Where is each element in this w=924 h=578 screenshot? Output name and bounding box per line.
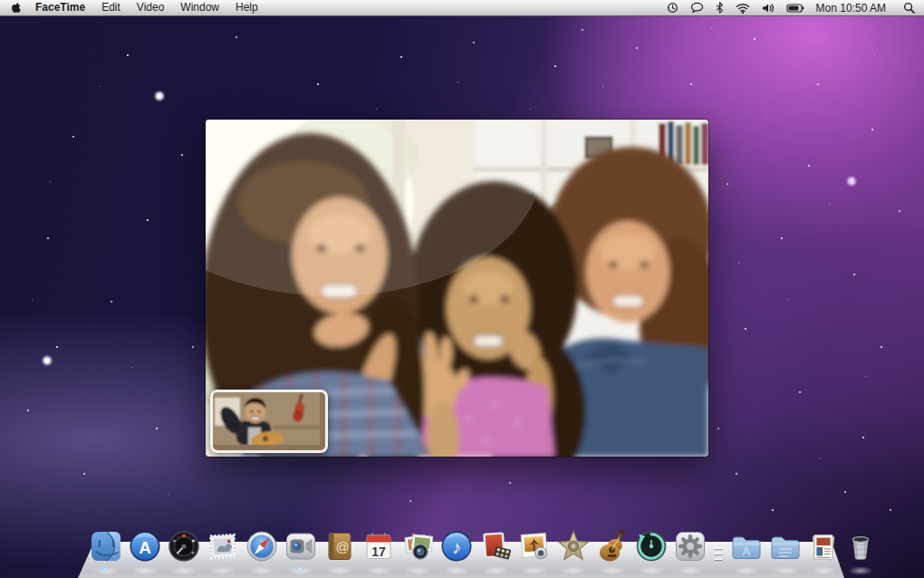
ichat-menu-icon[interactable] (690, 0, 704, 15)
desktop: FaceTime Edit Video Window Help (0, 0, 924, 578)
dock-item-iphoto[interactable] (516, 528, 553, 564)
trash-icon (843, 530, 878, 564)
dock-item-time-machine[interactable] (633, 528, 669, 564)
mail-icon (205, 528, 241, 564)
dock-item-itunes[interactable]: ♪ (438, 528, 475, 564)
time-machine-icon (633, 528, 669, 564)
dock-item-safari[interactable] (244, 528, 280, 564)
dock-item-address-book[interactable]: @ (322, 528, 358, 564)
documents-folder-icon (767, 528, 804, 564)
dock-item-idvd[interactable] (555, 528, 592, 564)
dock-item-ical[interactable]: 17 (361, 528, 397, 564)
address-book-icon: @ (322, 528, 358, 564)
bright-star (153, 90, 166, 102)
dock-item-facetime[interactable] (283, 528, 319, 564)
dock-item-system-preferences[interactable] (672, 528, 708, 564)
bright-star (845, 175, 858, 188)
facetime-icon (283, 528, 319, 564)
apple-logo-icon (12, 2, 22, 14)
running-indicator-facetime (295, 567, 305, 571)
dashboard-icon (166, 528, 202, 564)
safari-icon (244, 528, 280, 564)
applications-folder-icon: A (728, 528, 765, 564)
menu-video[interactable]: Video (129, 0, 172, 15)
menu-bar: FaceTime Edit Video Window Help (0, 0, 924, 16)
iphoto-icon (516, 528, 553, 564)
ical-icon: 17 (361, 528, 397, 564)
time-machine-menu-icon[interactable] (667, 0, 679, 15)
svg-text:A: A (139, 538, 151, 557)
system-preferences-icon (672, 528, 708, 564)
dock-item-app-store[interactable]: A (127, 528, 163, 564)
dock-item-document-stack[interactable] (806, 530, 841, 564)
local-preview-scene (213, 392, 320, 445)
imovie-icon (477, 528, 514, 564)
dock-item-mail[interactable] (205, 528, 241, 564)
dock-item-documents-folder[interactable] (767, 528, 804, 564)
menu-clock[interactable]: Mon 10:50 AM (816, 2, 886, 14)
menu-edit[interactable]: Edit (93, 0, 129, 15)
apple-menu[interactable] (0, 0, 29, 15)
bluetooth-menu-icon[interactable] (716, 0, 724, 15)
svg-text:A: A (742, 544, 751, 558)
dock-item-finder[interactable] (88, 528, 124, 564)
wifi-menu-icon[interactable] (736, 0, 750, 15)
dock-item-photo-booth[interactable] (399, 528, 436, 564)
garageband-icon (594, 528, 630, 564)
photo-booth-icon (399, 528, 436, 564)
spotlight-icon[interactable] (903, 0, 915, 15)
local-video-pip[interactable] (210, 390, 328, 453)
idvd-icon (555, 528, 592, 564)
svg-text:17: 17 (371, 544, 386, 559)
svg-text:♪: ♪ (452, 537, 461, 557)
dock: A (0, 536, 924, 578)
dock-item-imovie[interactable] (477, 528, 514, 564)
app-store-icon: A (127, 528, 163, 564)
battery-menu-icon[interactable] (786, 0, 804, 15)
document-stack-icon (806, 530, 841, 564)
dock-item-dashboard[interactable] (166, 528, 202, 564)
facetime-window[interactable] (206, 120, 708, 457)
menu-window[interactable]: Window (172, 0, 227, 15)
itunes-icon: ♪ (438, 528, 475, 564)
dock-item-garageband[interactable] (594, 528, 630, 564)
dock-item-trash[interactable] (843, 530, 878, 564)
dock-separator (711, 528, 726, 564)
dock-item-applications-folder[interactable]: A (728, 528, 765, 564)
finder-icon (88, 528, 124, 564)
menu-help[interactable]: Help (227, 0, 266, 15)
svg-text:@: @ (335, 539, 349, 554)
running-indicator-finder (101, 567, 111, 571)
bright-star (41, 354, 53, 367)
volume-menu-icon[interactable] (762, 0, 775, 15)
menu-facetime[interactable]: FaceTime (29, 0, 93, 15)
